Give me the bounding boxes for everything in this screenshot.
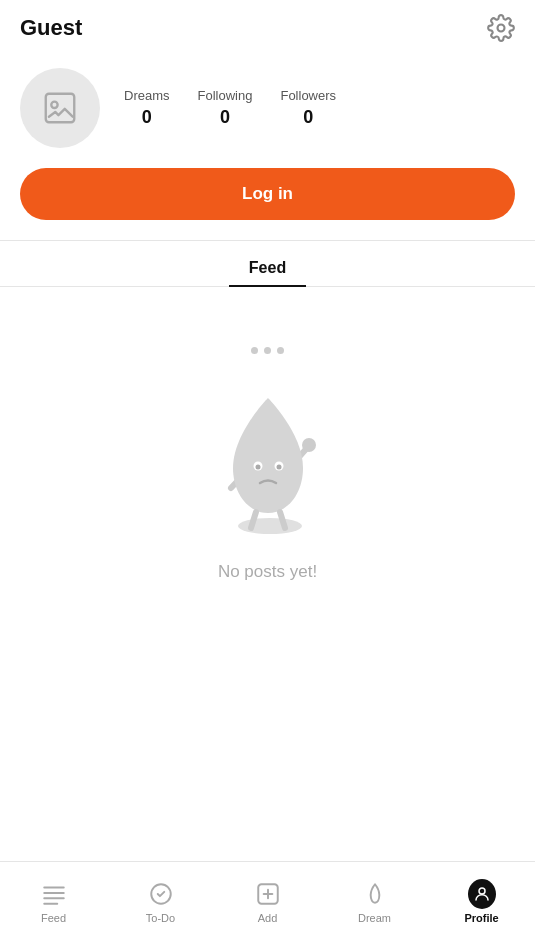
svg-point-3 <box>238 518 302 534</box>
svg-point-2 <box>51 102 57 108</box>
mascot-illustration <box>203 378 333 538</box>
feed-tab[interactable]: Feed <box>229 251 306 287</box>
dreams-label: Dreams <box>124 88 170 103</box>
followers-value: 0 <box>303 107 313 128</box>
svg-point-21 <box>479 888 485 894</box>
empty-state: No posts yet! <box>0 287 535 622</box>
profile-section: Dreams 0 Following 0 Followers 0 <box>0 52 535 168</box>
following-stat[interactable]: Following 0 <box>198 88 253 128</box>
svg-point-8 <box>255 465 260 470</box>
nav-item-profile[interactable]: Profile <box>452 880 512 924</box>
profile-nav-label: Profile <box>464 912 498 924</box>
login-button[interactable]: Log in <box>20 168 515 220</box>
svg-point-0 <box>498 25 505 32</box>
feed-nav-label: Feed <box>41 912 66 924</box>
gear-icon[interactable] <box>487 14 515 42</box>
svg-rect-1 <box>46 94 75 123</box>
profile-icon <box>468 880 496 908</box>
svg-point-6 <box>302 438 316 452</box>
followers-label: Followers <box>280 88 336 103</box>
empty-label: No posts yet! <box>218 562 317 582</box>
add-nav-label: Add <box>258 912 278 924</box>
nav-item-feed[interactable]: Feed <box>24 880 84 924</box>
dreams-stat[interactable]: Dreams 0 <box>124 88 170 128</box>
login-button-wrap: Log in <box>0 168 535 240</box>
dot-3 <box>277 347 284 354</box>
feed-tab-bar: Feed <box>0 241 535 287</box>
add-icon <box>254 880 282 908</box>
dreams-value: 0 <box>142 107 152 128</box>
dot-2 <box>264 347 271 354</box>
avatar <box>20 68 100 148</box>
header: Guest <box>0 0 535 52</box>
empty-dots <box>251 347 284 354</box>
dream-nav-label: Dream <box>358 912 391 924</box>
svg-point-10 <box>276 465 281 470</box>
following-value: 0 <box>220 107 230 128</box>
feed-icon <box>40 880 68 908</box>
todo-icon <box>147 880 175 908</box>
todo-nav-label: To-Do <box>146 912 175 924</box>
stats-row: Dreams 0 Following 0 Followers 0 <box>124 88 515 128</box>
dream-icon <box>361 880 389 908</box>
following-label: Following <box>198 88 253 103</box>
followers-stat[interactable]: Followers 0 <box>280 88 336 128</box>
nav-item-add[interactable]: Add <box>238 880 298 924</box>
nav-item-todo[interactable]: To-Do <box>131 880 191 924</box>
dot-1 <box>251 347 258 354</box>
page-title: Guest <box>20 15 82 41</box>
nav-item-dream[interactable]: Dream <box>345 880 405 924</box>
bottom-nav: Feed To-Do Add Dream <box>0 861 535 951</box>
